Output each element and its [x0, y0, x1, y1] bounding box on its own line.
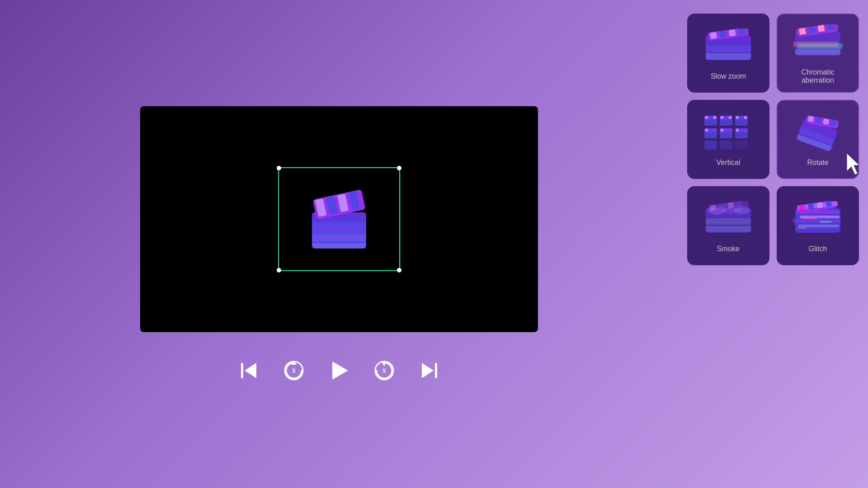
svg-rect-58 — [705, 129, 708, 131]
svg-rect-102 — [799, 205, 805, 211]
effect-label-smoke: Smoke — [717, 245, 740, 253]
svg-rect-82 — [706, 226, 751, 232]
svg-rect-37 — [799, 28, 806, 35]
svg-rect-43 — [705, 116, 708, 119]
svg-rect-40 — [827, 24, 834, 30]
svg-rect-87 — [710, 204, 716, 211]
svg-text:5: 5 — [292, 368, 296, 374]
selection-box — [278, 167, 400, 271]
svg-rect-19 — [435, 363, 437, 378]
playback-controls: 5 5 — [237, 359, 441, 382]
svg-rect-77 — [830, 120, 837, 126]
svg-rect-29 — [738, 28, 745, 35]
svg-rect-75 — [815, 117, 821, 123]
svg-rect-34 — [795, 49, 840, 55]
forward-button[interactable]: 5 — [373, 359, 396, 382]
effect-rotate[interactable]: Rotate — [777, 100, 859, 179]
cursor-icon — [847, 153, 865, 176]
svg-rect-96 — [795, 229, 840, 232]
svg-marker-78 — [847, 153, 859, 175]
svg-rect-104 — [817, 202, 823, 208]
svg-rect-62 — [721, 129, 723, 131]
effect-label-rotate: Rotate — [807, 159, 828, 167]
svg-rect-38 — [808, 26, 816, 33]
effect-glitch[interactable]: Glitch — [777, 186, 859, 265]
effect-label-vertical: Vertical — [717, 159, 740, 167]
effects-grid: Slow zoom — [687, 14, 859, 265]
svg-text:5: 5 — [383, 368, 386, 374]
svg-rect-95 — [798, 225, 839, 227]
svg-rect-98 — [820, 221, 831, 223]
svg-rect-26 — [710, 32, 717, 39]
svg-rect-103 — [808, 203, 814, 210]
effects-panel: Slow zoom — [678, 0, 868, 488]
handle-top-right[interactable] — [397, 166, 401, 170]
svg-rect-59 — [709, 129, 712, 131]
svg-marker-20 — [422, 363, 434, 378]
svg-rect-53 — [736, 116, 739, 119]
svg-rect-67 — [720, 141, 732, 150]
svg-rect-105 — [826, 201, 832, 207]
video-preview — [140, 106, 538, 332]
effect-icon-glitch — [793, 199, 843, 239]
effect-chromatic-aberration[interactable]: Chromatic aberration — [777, 14, 859, 93]
svg-rect-55 — [744, 116, 747, 119]
handle-bottom-left[interactable] — [277, 268, 281, 272]
svg-rect-23 — [706, 46, 751, 52]
svg-rect-68 — [735, 141, 748, 150]
handle-top-left[interactable] — [277, 166, 281, 170]
svg-rect-94 — [793, 219, 840, 223]
skip-forward-button[interactable] — [418, 359, 441, 382]
effect-icon-rotate — [793, 113, 843, 153]
svg-rect-76 — [823, 118, 829, 125]
effect-vertical[interactable]: Vertical — [687, 100, 769, 179]
svg-rect-97 — [802, 217, 816, 219]
left-panel: 5 5 — [0, 0, 678, 488]
effect-slow-zoom[interactable]: Slow zoom — [687, 14, 769, 93]
svg-rect-45 — [713, 116, 716, 119]
svg-rect-24 — [706, 53, 751, 60]
svg-rect-39 — [818, 24, 825, 32]
rewind-button[interactable]: 5 — [283, 359, 305, 382]
svg-rect-89 — [728, 202, 734, 208]
svg-rect-27 — [719, 30, 726, 38]
effect-icon-chromatic-aberration — [793, 22, 843, 63]
svg-rect-66 — [704, 141, 717, 150]
effect-label-glitch: Glitch — [809, 245, 827, 253]
play-button[interactable] — [328, 359, 350, 382]
svg-marker-11 — [245, 363, 256, 378]
svg-rect-33 — [797, 43, 843, 49]
svg-rect-44 — [709, 116, 712, 119]
handle-bottom-right[interactable] — [397, 268, 401, 272]
effect-label-chromatic-aberration: Chromatic aberration — [785, 68, 851, 84]
svg-rect-49 — [725, 116, 727, 119]
svg-rect-48 — [721, 116, 723, 119]
svg-rect-74 — [808, 116, 814, 122]
effect-label-slow-zoom: Slow zoom — [711, 72, 746, 80]
svg-rect-99 — [797, 227, 807, 229]
svg-rect-88 — [719, 203, 725, 210]
svg-rect-28 — [729, 29, 736, 36]
svg-marker-15 — [332, 361, 348, 380]
effect-icon-vertical — [703, 113, 753, 153]
effect-smoke[interactable]: Smoke — [687, 186, 769, 265]
svg-rect-54 — [740, 116, 743, 119]
svg-rect-65 — [736, 129, 739, 131]
svg-rect-50 — [729, 116, 731, 119]
skip-back-button[interactable] — [237, 359, 260, 382]
effect-icon-slow-zoom — [703, 26, 753, 67]
svg-rect-10 — [241, 363, 243, 378]
svg-rect-90 — [737, 201, 743, 207]
svg-rect-81 — [706, 218, 751, 225]
effect-icon-smoke — [703, 199, 753, 239]
